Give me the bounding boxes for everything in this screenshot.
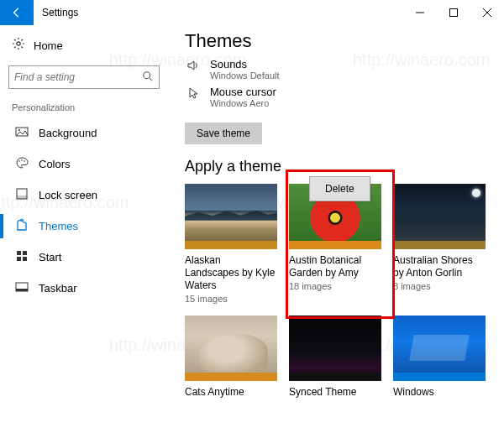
page-heading: Themes — [185, 30, 496, 52]
svg-point-4 — [17, 42, 20, 45]
cursor-label: Mouse cursor — [210, 86, 276, 98]
content-area: Themes Sounds Windows Default Mouse curs… — [168, 25, 504, 433]
nav-label: Themes — [39, 220, 78, 232]
delete-context-button[interactable]: Delete — [309, 176, 370, 201]
svg-point-18 — [21, 159, 23, 161]
sidebar-item-lockscreen[interactable]: Lock screen — [8, 180, 161, 211]
svg-point-13 — [144, 71, 150, 78]
theme-subtitle: 15 images — [185, 294, 277, 304]
gear-icon — [12, 37, 25, 54]
theme-subtitle: 18 images — [289, 281, 381, 291]
window-title: Settings — [34, 7, 403, 18]
maximize-button[interactable] — [437, 0, 470, 25]
svg-rect-21 — [17, 196, 27, 199]
cursor-value: Windows Aero — [210, 98, 276, 108]
search-icon — [142, 70, 154, 85]
theme-thumbnail — [393, 316, 486, 381]
svg-line-14 — [150, 77, 153, 81]
themes-icon — [15, 218, 29, 234]
theme-card[interactable]: Alaskan Landscapes by Kyle Waters15 imag… — [185, 184, 277, 304]
sidebar: Home Personalization Background Colors L… — [0, 25, 168, 433]
svg-line-10 — [22, 47, 24, 49]
theme-card[interactable]: Cats Anytime — [185, 316, 277, 399]
speaker-icon — [185, 58, 202, 76]
theme-thumbnail — [185, 316, 277, 381]
setting-cursor[interactable]: Mouse cursor Windows Aero — [185, 83, 496, 111]
sidebar-item-start[interactable]: Start — [8, 242, 161, 273]
sidebar-item-taskbar[interactable]: Taskbar — [8, 273, 161, 304]
theme-card[interactable]: Austin Botanical Garden by Amy18 images — [289, 184, 381, 304]
theme-thumbnail — [185, 184, 277, 249]
taskbar-icon — [15, 280, 29, 296]
picture-icon — [15, 125, 29, 141]
svg-rect-1 — [450, 9, 458, 17]
theme-thumbnail — [289, 316, 381, 381]
save-theme-button[interactable]: Save theme — [185, 123, 262, 144]
sounds-value: Windows Default — [210, 70, 280, 81]
nav-label: Colors — [39, 158, 71, 170]
svg-rect-23 — [23, 251, 27, 255]
lockscreen-icon — [15, 187, 29, 203]
home-label: Home — [34, 39, 63, 52]
theme-card[interactable]: Windows — [393, 316, 486, 399]
section-label: Personalization — [8, 99, 168, 117]
cursor-icon — [185, 86, 202, 103]
svg-point-19 — [24, 160, 25, 162]
window-controls — [403, 0, 504, 25]
sounds-label: Sounds — [210, 58, 280, 70]
svg-line-12 — [22, 39, 24, 41]
sidebar-item-themes[interactable]: Themes — [8, 211, 161, 242]
svg-rect-25 — [23, 257, 27, 261]
palette-icon — [15, 156, 29, 172]
sidebar-item-colors[interactable]: Colors — [8, 149, 161, 180]
theme-title: Windows — [393, 386, 486, 399]
sidebar-item-background[interactable]: Background — [8, 117, 161, 149]
theme-subtitle: 8 images — [393, 281, 486, 291]
nav-label: Background — [39, 127, 97, 139]
svg-rect-22 — [17, 251, 21, 255]
search-input[interactable] — [14, 71, 142, 83]
theme-title: Cats Anytime — [185, 386, 277, 399]
home-button[interactable]: Home — [8, 32, 168, 59]
close-button[interactable] — [470, 0, 504, 25]
theme-grid: Alaskan Landscapes by Kyle Waters15 imag… — [185, 184, 496, 399]
nav-label: Lock screen — [39, 189, 97, 201]
nav-label: Taskbar — [39, 282, 77, 295]
theme-card[interactable]: Australian Shores by Anton Gorlin8 image… — [393, 184, 486, 304]
back-button[interactable] — [0, 0, 34, 25]
titlebar: Settings — [0, 0, 504, 25]
theme-card[interactable]: Synced Theme — [289, 316, 381, 399]
theme-title: Alaskan Landscapes by Kyle Waters — [185, 254, 277, 292]
svg-rect-24 — [17, 257, 21, 261]
theme-thumbnail — [393, 184, 486, 249]
svg-line-9 — [14, 39, 16, 41]
apply-theme-heading: Apply a theme — [185, 158, 496, 175]
svg-line-11 — [14, 47, 16, 49]
svg-point-17 — [18, 160, 20, 162]
start-icon — [15, 249, 29, 265]
theme-title: Austin Botanical Garden by Amy — [289, 254, 381, 279]
theme-title: Australian Shores by Anton Gorlin — [393, 254, 486, 279]
nav-label: Start — [39, 251, 61, 263]
minimize-button[interactable] — [403, 0, 437, 25]
svg-point-16 — [18, 129, 20, 131]
svg-rect-27 — [16, 289, 28, 291]
theme-title: Synced Theme — [289, 386, 381, 399]
setting-sounds[interactable]: Sounds Windows Default — [185, 55, 496, 83]
search-box[interactable] — [8, 65, 160, 89]
